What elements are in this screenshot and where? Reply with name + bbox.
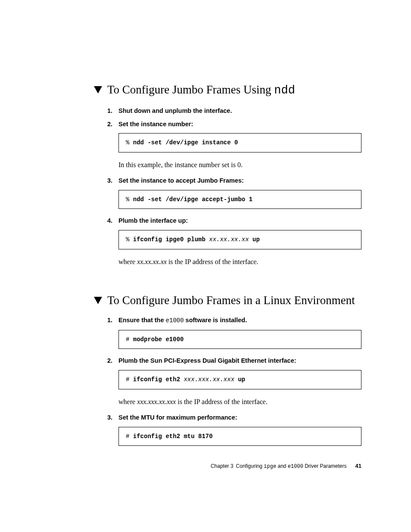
code-prompt: # [126,336,133,343]
code-command: ifconfig eth2 mtu 8170 [133,433,213,440]
footer-title: Configuring ipge and e1000 Driver Parame… [236,463,347,470]
step-text: Set the instance number: [118,120,361,128]
para-text: where [118,398,137,405]
code-prompt: # [126,376,133,383]
para-italic: xx.xx.xx.xx [137,258,167,265]
step-text: Shut down and unplumb the interface. [118,107,361,115]
para-italic: xxx.xxx.xx.xxx [137,398,176,405]
footer-mono: ipge [264,464,276,470]
step-text: Set the instance to accept Jumbo Frames: [118,177,361,185]
section1-title-text: To Configure Jumbo Frames Using [107,83,274,96]
code-command: up [249,236,260,243]
code-command: ifconfig ipge0 plumb [133,236,209,243]
footer-mono: e1000 [288,464,303,470]
section2-step1: 1. Ensure that the e1000 software is ins… [107,316,361,324]
code-command: up [234,376,245,383]
step-number: 1. [107,107,115,115]
section1-step2: 2. Set the instance number: [107,120,361,128]
code-prompt: % [126,236,133,243]
step-text-post: software is installed. [184,317,247,324]
code-command: modprobe e1000 [133,336,184,343]
code-arg: xxx.xxx.xx.xxx [184,376,234,383]
section2-step3: 3. Set the MTU for maximum performance: [107,414,361,422]
code-prompt: % [126,139,133,146]
step-text: Plumb the interface up: [118,217,361,225]
svg-marker-0 [94,86,102,93]
para-text: is the IP address of the interface. [176,398,268,405]
svg-marker-1 [94,297,102,304]
step-text: Set the MTU for maximum performance: [118,414,361,422]
section2-heading: To Configure Jumbo Frames in a Linux Env… [107,293,361,308]
document-page: To Configure Jumbo Frames Using ndd 1. S… [0,0,411,446]
triangle-down-icon [94,297,102,304]
code-block-2: % ndd -set /dev/ipge accept-jumbo 1 [118,190,361,209]
step-text: Plumb the Sun PCI-Express Dual Gigabit E… [118,357,361,365]
code-command: ndd -set /dev/ipge accept-jumbo 1 [133,196,252,203]
page-number: 41 [355,463,361,469]
section1-title-mono: ndd [274,84,295,97]
section2-para1: where xxx.xxx.xx.xxx is the IP address o… [118,397,361,407]
footer-title-post: Driver Parameters [303,463,347,469]
footer-title-pre: Configuring [236,463,264,469]
page-footer: Chapter 3 Configuring ipge and e1000 Dri… [211,463,361,470]
step-number: 3. [107,414,115,422]
step-number: 2. [107,120,115,128]
code-command: ifconfig eth2 [133,376,184,383]
para-text: is the IP address of the interface. [167,258,258,265]
code-block-1: % ndd -set /dev/ipge instance 0 [118,133,361,152]
section1-para1: In this example, the instance number set… [118,160,361,170]
code-block-5: # ifconfig eth2 xxx.xxx.xx.xxx up [118,370,361,389]
section1-heading: To Configure Jumbo Frames Using ndd [107,83,361,98]
footer-chapter: Chapter 3 [211,463,234,469]
section1-step4: 4. Plumb the interface up: [107,217,361,225]
code-block-6: # ifconfig eth2 mtu 8170 [118,427,361,446]
step-number: 2. [107,357,115,365]
section1-step1: 1. Shut down and unplumb the interface. [107,107,361,115]
step-text-mono: e1000 [166,317,184,324]
section1-title: To Configure Jumbo Frames Using ndd [107,83,295,98]
footer-mid: and [276,463,288,469]
code-arg: xx.xx.xx.xx [209,236,249,243]
section1-step3: 3. Set the instance to accept Jumbo Fram… [107,177,361,185]
section-gap [0,274,361,293]
step-text-pre: Ensure that the [118,317,166,324]
step-number: 1. [107,316,115,324]
section2-step2: 2. Plumb the Sun PCI-Express Dual Gigabi… [107,357,361,365]
code-block-4: # modprobe e1000 [118,330,361,349]
step-text: Ensure that the e1000 software is instal… [118,316,361,324]
triangle-down-icon [94,86,102,93]
code-prompt: % [126,196,133,203]
step-number: 4. [107,217,115,225]
step-number: 3. [107,177,115,185]
code-command: ndd -set /dev/ipge instance 0 [133,139,238,146]
section2-title: To Configure Jumbo Frames in a Linux Env… [107,293,355,308]
section1-para2: where xx.xx.xx.xx is the IP address of t… [118,257,361,267]
para-text: where [118,258,137,265]
code-block-3: % ifconfig ipge0 plumb xx.xx.xx.xx up [118,230,361,249]
code-prompt: # [126,433,133,440]
